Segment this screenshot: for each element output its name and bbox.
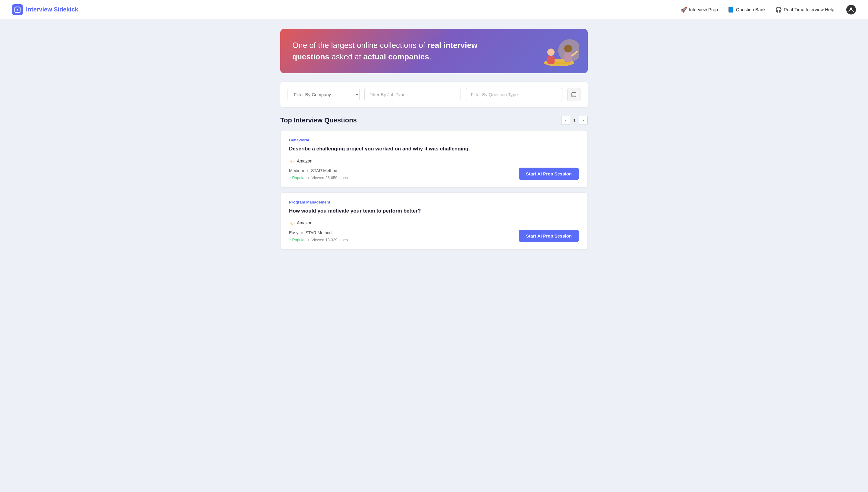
svg-point-5 <box>547 49 555 56</box>
card-bottom: Medium ● STAR Method ↑ Popular ● Viewed … <box>289 168 579 180</box>
user-avatar[interactable] <box>846 5 856 15</box>
meta-row: Easy ● STAR Method <box>289 230 348 235</box>
dot-separator: ● <box>301 230 303 235</box>
nav-question-bank[interactable]: 📘 Question Bank <box>727 6 766 13</box>
amazon-logo-icon: a <box>289 219 295 227</box>
logo-icon <box>12 4 23 15</box>
questions-title: Top Interview Questions <box>280 116 357 124</box>
dot-separator-2: ● <box>307 176 309 180</box>
dot-separator: ● <box>307 169 309 173</box>
headset-icon: 🎧 <box>775 6 782 13</box>
popular-row: ↑ Popular ● Viewed 26,659 times <box>289 175 348 180</box>
company-row: a Amazon <box>289 219 579 227</box>
question-type-badge: Program Management <box>289 200 579 204</box>
question-text: Describe a challenging project you worke… <box>289 145 579 153</box>
start-ai-prep-button-2[interactable]: Start AI Prep Session <box>519 230 579 242</box>
questions-header: Top Interview Questions ‹ 1 › <box>280 116 588 125</box>
page-number: 1 <box>573 118 576 123</box>
meta-section: Easy ● STAR Method ↑ Popular ● Viewed 13… <box>289 230 348 242</box>
trending-up-icon: ↑ <box>289 175 291 180</box>
main-content: One of the largest online collections of… <box>274 19 594 264</box>
method-label: STAR Method <box>305 230 332 235</box>
clear-filters-button[interactable] <box>567 88 581 101</box>
nav-question-bank-label: Question Bank <box>736 7 766 12</box>
nav-realtime-help[interactable]: 🎧 Real-Time Interview Help <box>775 6 834 13</box>
svg-point-1 <box>17 9 18 10</box>
pagination: ‹ 1 › <box>561 116 588 125</box>
questions-list: Behavioral Describe a challenging projec… <box>280 130 588 249</box>
question-type-filter-input[interactable] <box>466 88 562 101</box>
rocket-icon: 🚀 <box>681 6 687 13</box>
book-icon: 📘 <box>727 6 734 13</box>
company-filter-select[interactable]: Filter By Company <box>287 88 360 101</box>
svg-rect-6 <box>547 56 555 64</box>
trending-up-icon: ↑ <box>289 238 291 242</box>
svg-rect-11 <box>572 93 576 97</box>
company-row: a Amazon <box>289 157 579 165</box>
hero-bold-2: actual companies <box>363 52 429 61</box>
card-bottom: Easy ● STAR Method ↑ Popular ● Viewed 13… <box>289 230 579 242</box>
next-page-button[interactable]: › <box>579 116 588 125</box>
prev-page-button[interactable]: ‹ <box>561 116 570 125</box>
question-card-1: Behavioral Describe a challenging projec… <box>280 130 588 188</box>
method-label: STAR Method <box>311 168 337 173</box>
hero-banner: One of the largest online collections of… <box>280 29 588 73</box>
question-card-2: Program Management How would you motivat… <box>280 192 588 250</box>
meta-row: Medium ● STAR Method <box>289 168 348 173</box>
popular-row: ↑ Popular ● Viewed 13,329 times <box>289 238 348 242</box>
logo-area: Interview Sidekick <box>12 4 78 15</box>
difficulty-label: Easy <box>289 230 298 235</box>
hero-period: . <box>429 52 431 61</box>
company-name: Amazon <box>297 220 312 225</box>
logo-text: Interview Sidekick <box>26 6 78 13</box>
svg-point-2 <box>850 7 852 10</box>
header: Interview Sidekick 🚀 Interview Prep 📘 Qu… <box>0 0 868 19</box>
svg-point-10 <box>558 39 579 62</box>
company-name: Amazon <box>297 158 312 164</box>
job-type-filter-input[interactable] <box>364 88 461 101</box>
start-ai-prep-button-1[interactable]: Start AI Prep Session <box>519 168 579 180</box>
popular-badge: ↑ Popular <box>289 175 306 180</box>
nav-interview-prep-label: Interview Prep <box>689 7 718 12</box>
hero-text-before: One of the largest online collections of <box>292 41 427 50</box>
svg-line-16 <box>294 161 295 162</box>
difficulty-label: Medium <box>289 168 304 173</box>
views-count: Viewed 13,329 times <box>312 238 348 242</box>
hero-text-mid: asked at <box>329 52 363 61</box>
filter-bar: Filter By Company <box>280 82 588 107</box>
question-text: How would you motivate your team to perf… <box>289 207 579 215</box>
views-count: Viewed 26,659 times <box>312 175 348 180</box>
meta-section: Medium ● STAR Method ↑ Popular ● Viewed … <box>289 168 348 180</box>
dot-separator-2: ● <box>307 238 309 242</box>
nav-interview-prep[interactable]: 🚀 Interview Prep <box>681 6 718 13</box>
svg-line-18 <box>294 223 295 224</box>
amazon-logo-icon: a <box>289 157 295 165</box>
hero-illustration <box>539 34 579 73</box>
nav-realtime-help-label: Real-Time Interview Help <box>784 7 834 12</box>
main-nav: 🚀 Interview Prep 📘 Question Bank 🎧 Real-… <box>681 5 856 15</box>
hero-text: One of the largest online collections of… <box>292 40 509 63</box>
question-type-badge: Behavioral <box>289 138 579 142</box>
popular-badge: ↑ Popular <box>289 238 306 242</box>
